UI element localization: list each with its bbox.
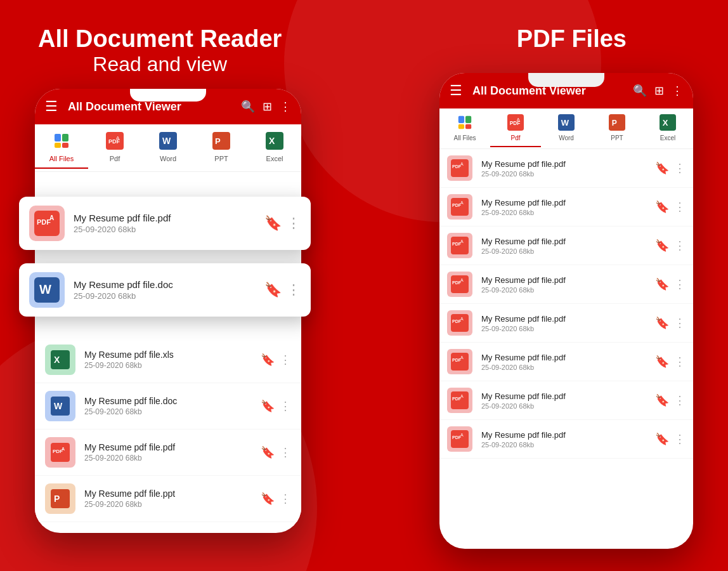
bookmark-floating-doc[interactable]: 🔖 [264, 282, 282, 298]
file-item-r7[interactable]: PDFA My Resume pdf file.pdf 25-09-2020 6… [439, 381, 693, 419]
search-icon-left[interactable]: 🔍 [241, 100, 255, 114]
more-floating-doc[interactable]: ⋮ [287, 282, 301, 298]
file-icon-r7: PDFA [447, 388, 472, 413]
tab-label-excel: Excel [266, 155, 283, 162]
file-meta-r8: 25-09-2020 68kb [481, 441, 646, 449]
tab-ppt-right[interactable]: P PPT [592, 112, 642, 147]
more-r4[interactable]: ⋮ [674, 277, 686, 291]
more-r5[interactable]: ⋮ [674, 316, 686, 330]
bookmark-r2[interactable]: 🔖 [655, 200, 669, 214]
file-item-xls[interactable]: X My Resume pdf file.xls 25-09-2020 68kb… [35, 337, 301, 383]
tab-icon-all-right [455, 112, 475, 133]
more-r3[interactable]: ⋮ [674, 239, 686, 253]
floating-card-pdf[interactable]: PDF A My Resume pdf file.pdf 25-09-2020 … [19, 197, 311, 250]
bookmark-r4[interactable]: 🔖 [655, 277, 669, 291]
file-icon-r4: PDFA [447, 272, 472, 297]
bookmark-pdf2[interactable]: 🔖 [261, 445, 275, 459]
file-item-r5[interactable]: PDFA My Resume pdf file.pdf 25-09-2020 6… [439, 304, 693, 342]
bookmark-xls[interactable]: 🔖 [261, 353, 275, 367]
tab-icon-ppt: P [210, 129, 233, 152]
bookmark-r1[interactable]: 🔖 [655, 161, 669, 175]
menu-icon-right[interactable]: ☰ [450, 82, 462, 99]
more-r1[interactable]: ⋮ [674, 161, 686, 175]
tab-all-right[interactable]: All Files [439, 112, 490, 147]
file-item-r2[interactable]: PDFA My Resume pdf file.pdf 25-09-2020 6… [439, 188, 693, 226]
svg-text:W: W [162, 136, 171, 146]
bookmark-r5[interactable]: 🔖 [655, 316, 669, 330]
svg-text:W: W [561, 118, 569, 128]
file-item-r8[interactable]: PDFA My Resume pdf file.pdf 25-09-2020 6… [439, 420, 693, 458]
tab-all-files-left[interactable]: All Files [35, 129, 88, 169]
svg-rect-27 [458, 116, 464, 123]
more-icon-left[interactable]: ⋮ [280, 100, 291, 114]
file-name-r6: My Resume pdf file.pdf [481, 353, 646, 362]
file-name-r7: My Resume pdf file.pdf [481, 391, 646, 401]
more-r6[interactable]: ⋮ [674, 355, 686, 369]
floating-name-pdf: My Resume pdf file.pdf [74, 213, 256, 223]
file-item-r1[interactable]: PDF A My Resume pdf file.pdf 25-09-2020 … [439, 149, 693, 187]
bookmark-floating-pdf[interactable]: 🔖 [264, 215, 282, 232]
more-doc[interactable]: ⋮ [280, 399, 291, 413]
svg-rect-2 [55, 143, 61, 148]
bookmark-ppt[interactable]: 🔖 [261, 492, 275, 506]
file-meta-r5: 25-09-2020 68kb [481, 325, 646, 332]
tab-icon-excel-right: X [658, 112, 678, 133]
tab-label-excel-right: Excel [660, 135, 675, 141]
file-item-doc[interactable]: W My Resume pdf file.doc 25-09-2020 68kb… [35, 383, 301, 429]
svg-text:PDF: PDF [37, 218, 51, 226]
bookmark-r7[interactable]: 🔖 [655, 393, 669, 407]
more-pdf2[interactable]: ⋮ [280, 445, 291, 459]
phone-notch-left [130, 89, 206, 102]
floating-card-doc[interactable]: W My Resume pdf file.doc 25-09-2020 68kb… [19, 263, 311, 317]
file-item-r3[interactable]: PDFA My Resume pdf file.pdf 25-09-2020 6… [439, 226, 693, 265]
svg-text:A: A [49, 214, 54, 221]
file-actions-r6: 🔖 ⋮ [655, 355, 686, 369]
file-info-r3: My Resume pdf file.pdf 25-09-2020 68kb [481, 237, 646, 255]
more-icon-right[interactable]: ⋮ [672, 84, 683, 98]
more-ppt[interactable]: ⋮ [280, 492, 291, 506]
more-r7[interactable]: ⋮ [674, 393, 686, 407]
tab-underline-all [35, 167, 88, 169]
floating-info-pdf: My Resume pdf file.pdf 25-09-2020 68kb [74, 213, 256, 234]
menu-icon-left[interactable]: ☰ [45, 98, 58, 115]
tab-word-left[interactable]: W Word [141, 129, 195, 169]
app-bar-icons-right: 🔍 ⊞ ⋮ [633, 84, 683, 98]
bookmark-doc[interactable]: 🔖 [261, 399, 275, 413]
floating-actions-pdf: 🔖 ⋮ [264, 215, 301, 232]
tab-icon-pdf: PDF A [103, 129, 126, 152]
bookmark-r6[interactable]: 🔖 [655, 355, 669, 369]
bookmark-r8[interactable]: 🔖 [655, 432, 669, 446]
search-icon-right[interactable]: 🔍 [633, 84, 647, 98]
more-floating-pdf[interactable]: ⋮ [287, 215, 301, 232]
svg-text:W: W [54, 401, 63, 411]
svg-text:A: A [460, 355, 464, 360]
grid-icon-left[interactable]: ⊞ [263, 100, 272, 114]
more-r2[interactable]: ⋮ [674, 200, 686, 214]
main-subtitle: Read and view [38, 53, 282, 76]
file-item-ppt[interactable]: P My Resume pdf file.ppt 25-09-2020 68kb… [35, 476, 301, 522]
file-item-r6[interactable]: PDFA My Resume pdf file.pdf 25-09-2020 6… [439, 343, 693, 381]
file-meta-ppt: 25-09-2020 68kb [84, 500, 252, 509]
phone-right: ☰ All Document Viewer 🔍 ⊞ ⋮ All Files [439, 73, 693, 549]
file-name-pdf2: My Resume pdf file.pdf [84, 442, 252, 452]
file-icon-pdf2: PDF A [45, 437, 75, 468]
more-xls[interactable]: ⋮ [280, 353, 291, 367]
tab-word-right[interactable]: W Word [541, 112, 592, 147]
file-item-r4[interactable]: PDFA My Resume pdf file.pdf 25-09-2020 6… [439, 265, 693, 303]
tab-pdf-left[interactable]: PDF A Pdf [88, 129, 141, 169]
tab-label-pdf: Pdf [110, 155, 120, 162]
file-actions-r8: 🔖 ⋮ [655, 432, 686, 446]
grid-icon-right[interactable]: ⊞ [654, 84, 664, 98]
tab-excel-left[interactable]: X Excel [248, 129, 301, 169]
tab-icon-ppt-right: P [607, 112, 627, 133]
tab-excel-right[interactable]: X Excel [642, 112, 693, 147]
file-item-pdf2[interactable]: PDF A My Resume pdf file.pdf 25-09-2020 … [35, 430, 301, 475]
tab-pdf-right[interactable]: PDF A Pdf [490, 112, 541, 147]
file-icon-r8: PDFA [447, 426, 472, 452]
more-r8[interactable]: ⋮ [674, 432, 686, 446]
file-meta-r7: 25-09-2020 68kb [481, 402, 646, 410]
file-actions-r2: 🔖 ⋮ [655, 200, 686, 214]
bookmark-r3[interactable]: 🔖 [655, 239, 669, 253]
tab-ppt-left[interactable]: P PPT [195, 129, 248, 169]
file-name-r4: My Resume pdf file.pdf [481, 275, 646, 285]
